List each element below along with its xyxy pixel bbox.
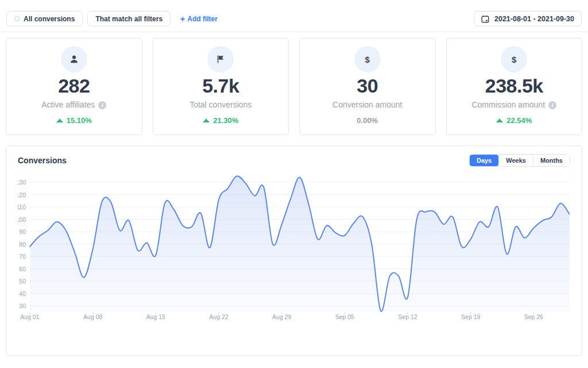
svg-text:70: 70 (19, 253, 26, 260)
calendar-icon (481, 15, 489, 23)
status-circle-icon (14, 16, 20, 21)
granularity-tabs: Days Weeks Months (469, 154, 570, 167)
stat-card: $ 238.5k Commission amount i 22.54% (446, 38, 583, 135)
plus-icon: + (180, 15, 185, 23)
info-icon[interactable]: i (548, 101, 556, 109)
stat-delta-value: 21.30% (213, 116, 238, 125)
stat-label: Commission amount (471, 100, 545, 110)
info-icon[interactable]: i (98, 101, 106, 109)
svg-text:Aug 22: Aug 22 (209, 313, 228, 320)
x-axis-labels: Aug 01Aug 08Aug 15Aug 22Aug 29Sep 05Sep … (20, 312, 543, 320)
stat-label-row: Active affiliates i (11, 100, 137, 110)
stat-value: 282 (11, 75, 137, 96)
stat-delta-value: 0.00% (357, 116, 378, 125)
tab-months[interactable]: Months (533, 155, 570, 166)
svg-text:80: 80 (19, 241, 26, 248)
all-conversions-button[interactable]: All conversions (6, 11, 83, 26)
filter-bar: All conversions That match all filters +… (0, 0, 588, 26)
add-filter-link[interactable]: + Add filter (180, 15, 218, 23)
stat-card: 5.7k Total conversions 21.30% (153, 38, 289, 135)
up-arrow-icon (203, 118, 210, 122)
chart-svg[interactable]: 30405060708090100110120130Aug 01Aug 08Au… (18, 171, 570, 323)
stat-label: Conversion amount (332, 100, 402, 110)
stat-delta: 15.10% (11, 116, 137, 125)
stat-label: Total conversions (189, 100, 252, 110)
stat-value: 238.5k (451, 75, 578, 96)
stat-cards-row: 282 Active affiliates i 15.10% 5.7k Tota… (0, 32, 588, 135)
date-range-picker[interactable]: 2021-08-01 - 2021-09-30 (474, 11, 582, 26)
svg-text:110: 110 (18, 204, 26, 210)
y-axis-labels: 30405060708090100110120130 (18, 179, 26, 309)
stat-value: 5.7k (158, 75, 284, 96)
match-all-filters-label: That match all filters (95, 15, 163, 23)
tab-days[interactable]: Days (470, 155, 498, 166)
svg-text:50: 50 (19, 278, 26, 285)
svg-text:Sep 26: Sep 26 (524, 313, 543, 320)
tab-weeks[interactable]: Weeks (498, 155, 533, 166)
svg-text:Aug 01: Aug 01 (20, 313, 39, 320)
svg-text:40: 40 (19, 290, 26, 297)
stat-delta: 22.54% (451, 116, 578, 125)
user-icon (61, 46, 87, 72)
flag-icon (207, 46, 234, 72)
stat-card: $ 30 Conversion amount 0.00% (299, 38, 436, 135)
up-arrow-icon (496, 118, 503, 122)
svg-text:Aug 15: Aug 15 (146, 313, 165, 320)
stat-delta-value: 22.54% (506, 116, 532, 125)
add-filter-label: Add filter (187, 15, 218, 23)
stat-label: Active affiliates (41, 100, 95, 110)
svg-text:100: 100 (18, 216, 26, 223)
svg-text:30: 30 (19, 302, 26, 309)
stat-delta: 21.30% (158, 116, 284, 125)
panel-header: Conversions Days Weeks Months (18, 154, 570, 167)
date-range-value: 2021-08-01 - 2021-09-30 (494, 15, 574, 23)
match-all-filters-button[interactable]: That match all filters (87, 11, 171, 26)
svg-text:60: 60 (19, 266, 26, 273)
svg-text:90: 90 (19, 228, 26, 235)
stat-delta-value: 15.10% (67, 116, 92, 125)
panel-title: Conversions (18, 156, 67, 165)
up-arrow-icon (56, 118, 63, 122)
svg-text:Sep 05: Sep 05 (335, 313, 354, 320)
svg-text:Sep 12: Sep 12 (398, 313, 417, 320)
svg-text:Sep 19: Sep 19 (461, 313, 480, 320)
series-conversions (30, 176, 570, 312)
stat-delta: 0.00% (304, 116, 431, 125)
stat-label-row: Conversion amount (304, 100, 431, 110)
stat-card: 282 Active affiliates i 15.10% (6, 38, 142, 135)
stat-label-row: Commission amount i (451, 100, 578, 110)
svg-text:Aug 29: Aug 29 (272, 313, 291, 320)
all-conversions-label: All conversions (24, 15, 75, 23)
svg-text:120: 120 (18, 191, 26, 198)
svg-text:130: 130 (18, 179, 26, 186)
dollar-icon: $ (354, 46, 381, 72)
stat-value: 30 (304, 75, 431, 96)
stat-label-row: Total conversions (158, 100, 284, 110)
svg-text:Aug 08: Aug 08 (83, 313, 102, 320)
dollar-icon: $ (501, 46, 527, 72)
conversions-panel: Conversions Days Weeks Months 3040506070… (6, 145, 582, 356)
conversions-area-chart[interactable]: 30405060708090100110120130Aug 01Aug 08Au… (18, 171, 570, 325)
